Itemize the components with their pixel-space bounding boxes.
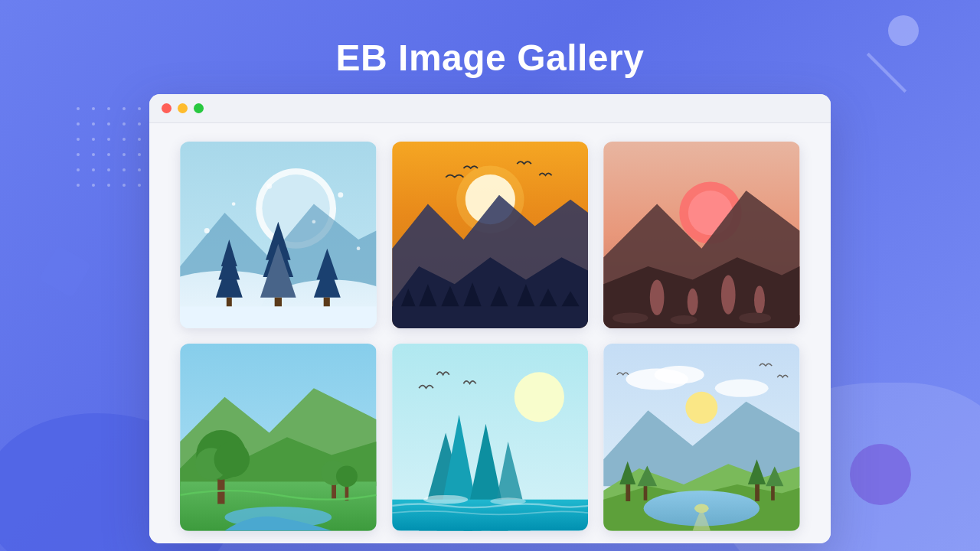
- svg-point-23: [357, 246, 361, 250]
- svg-point-44: [650, 279, 665, 315]
- gallery-grid: [180, 142, 800, 531]
- svg-point-72: [423, 495, 468, 504]
- svg-rect-90: [771, 484, 775, 500]
- svg-point-49: [612, 312, 648, 323]
- svg-point-47: [754, 286, 765, 315]
- svg-rect-88: [755, 482, 760, 502]
- gallery-item-ocean-cliffs[interactable]: [392, 344, 589, 530]
- svg-rect-30: [392, 306, 588, 328]
- svg-point-46: [721, 276, 736, 315]
- gallery-item-green-valley[interactable]: [180, 344, 377, 530]
- gallery-item-winter-forest[interactable]: [180, 142, 377, 328]
- traffic-light-green[interactable]: [194, 103, 204, 113]
- svg-point-22: [338, 192, 343, 197]
- traffic-light-yellow[interactable]: [178, 103, 188, 113]
- gallery-item-lake-sunrise[interactable]: [603, 344, 800, 530]
- svg-point-51: [740, 312, 772, 323]
- svg-rect-86: [644, 484, 648, 500]
- svg-point-64: [336, 466, 358, 487]
- browser-window: [149, 94, 831, 543]
- bg-shape-left: [39, 246, 91, 298]
- svg-point-78: [686, 392, 718, 424]
- svg-point-45: [688, 289, 698, 315]
- bg-circle-bottom-right: [850, 444, 911, 505]
- svg-point-66: [514, 373, 564, 422]
- page-title: EB Image Gallery: [0, 0, 980, 79]
- svg-point-20: [266, 184, 272, 189]
- svg-point-77: [715, 380, 769, 397]
- gallery-item-desert-dusk[interactable]: [603, 142, 800, 328]
- svg-point-21: [312, 220, 316, 223]
- svg-rect-24: [180, 306, 376, 328]
- svg-point-19: [232, 202, 236, 206]
- traffic-light-red[interactable]: [162, 103, 172, 113]
- svg-point-50: [671, 315, 697, 324]
- browser-titlebar: [149, 94, 831, 123]
- svg-point-60: [214, 442, 250, 478]
- gallery-item-sunset-mountains[interactable]: [392, 142, 589, 328]
- svg-point-18: [204, 228, 210, 233]
- svg-rect-84: [626, 482, 631, 502]
- svg-point-76: [655, 367, 704, 384]
- browser-content: [149, 123, 831, 543]
- svg-point-73: [490, 498, 526, 505]
